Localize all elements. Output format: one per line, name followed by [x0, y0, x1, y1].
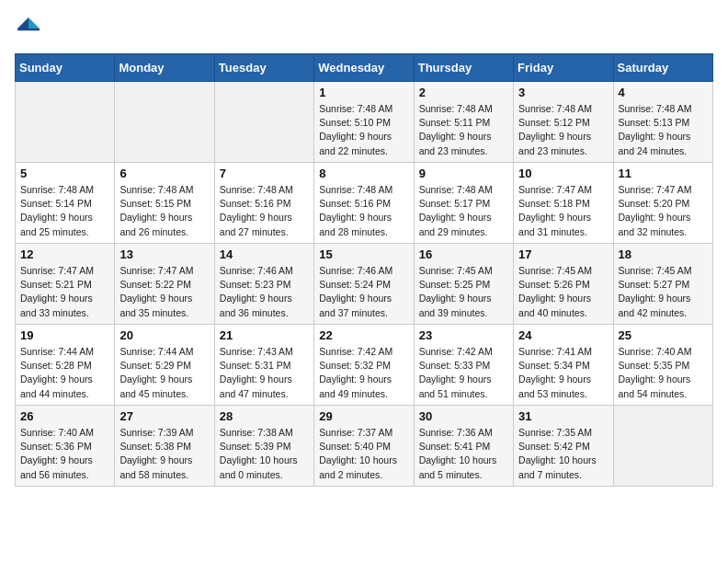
day-info: Sunrise: 7:48 AMSunset: 5:16 PMDaylight:…: [319, 183, 408, 239]
calendar-cell: 19Sunrise: 7:44 AMSunset: 5:28 PMDayligh…: [16, 325, 115, 406]
day-number: 16: [419, 247, 508, 261]
day-number: 15: [319, 247, 408, 261]
day-info: Sunrise: 7:45 AMSunset: 5:26 PMDaylight:…: [518, 264, 608, 320]
day-info: Sunrise: 7:46 AMSunset: 5:24 PMDaylight:…: [319, 264, 408, 320]
calendar-cell: [115, 82, 214, 163]
day-number: 11: [619, 167, 708, 180]
calendar-cell: 29Sunrise: 7:37 AMSunset: 5:40 PMDayligh…: [314, 406, 414, 487]
calendar-cell: 25Sunrise: 7:40 AMSunset: 5:35 PMDayligh…: [613, 325, 712, 406]
day-info: Sunrise: 7:48 AMSunset: 5:13 PMDaylight:…: [619, 102, 708, 158]
day-info: Sunrise: 7:35 AMSunset: 5:42 PMDaylight:…: [518, 426, 608, 482]
calendar-cell: 21Sunrise: 7:43 AMSunset: 5:31 PMDayligh…: [214, 325, 313, 406]
calendar-week-1: 1Sunrise: 7:48 AMSunset: 5:10 PMDaylight…: [16, 82, 713, 163]
day-info: Sunrise: 7:48 AMSunset: 5:16 PMDaylight:…: [220, 183, 309, 239]
calendar-cell: 11Sunrise: 7:47 AMSunset: 5:20 PMDayligh…: [613, 163, 712, 244]
day-number: 8: [319, 167, 408, 180]
day-number: 17: [518, 247, 608, 261]
weekday-wednesday: Wednesday: [314, 54, 414, 82]
day-info: Sunrise: 7:48 AMSunset: 5:15 PMDaylight:…: [119, 183, 209, 239]
weekday-friday: Friday: [514, 54, 613, 82]
day-info: Sunrise: 7:47 AMSunset: 5:21 PMDaylight:…: [20, 264, 109, 320]
calendar-cell: [16, 82, 115, 163]
calendar-cell: 14Sunrise: 7:46 AMSunset: 5:23 PMDayligh…: [214, 244, 313, 325]
day-number: 29: [319, 409, 408, 423]
day-number: 24: [518, 328, 608, 342]
day-number: 1: [319, 86, 408, 99]
day-number: 2: [419, 86, 508, 99]
day-number: 22: [319, 328, 408, 342]
day-info: Sunrise: 7:38 AMSunset: 5:39 PMDaylight:…: [220, 426, 309, 482]
day-number: 28: [220, 409, 309, 423]
day-number: 20: [119, 328, 209, 342]
day-number: 26: [20, 409, 109, 423]
day-number: 25: [619, 328, 708, 342]
calendar-body: 1Sunrise: 7:48 AMSunset: 5:10 PMDaylight…: [16, 82, 713, 487]
day-number: 6: [119, 167, 209, 180]
day-number: 4: [619, 86, 708, 99]
weekday-header-row: SundayMondayTuesdayWednesdayThursdayFrid…: [16, 54, 713, 82]
calendar-cell: 5Sunrise: 7:48 AMSunset: 5:14 PMDaylight…: [16, 163, 115, 244]
calendar-week-3: 12Sunrise: 7:47 AMSunset: 5:21 PMDayligh…: [16, 244, 713, 325]
day-number: 12: [20, 247, 109, 261]
calendar-cell: 6Sunrise: 7:48 AMSunset: 5:15 PMDaylight…: [115, 163, 214, 244]
weekday-sunday: Sunday: [16, 54, 115, 82]
calendar-cell: 31Sunrise: 7:35 AMSunset: 5:42 PMDayligh…: [514, 406, 613, 487]
calendar-cell: 8Sunrise: 7:48 AMSunset: 5:16 PMDaylight…: [314, 163, 414, 244]
page-header: [15, 15, 713, 42]
day-info: Sunrise: 7:46 AMSunset: 5:23 PMDaylight:…: [220, 264, 309, 320]
weekday-tuesday: Tuesday: [214, 54, 313, 82]
day-number: 19: [20, 328, 109, 342]
logo: [15, 15, 46, 42]
weekday-monday: Monday: [115, 54, 214, 82]
logo-icon: [15, 15, 42, 42]
day-info: Sunrise: 7:36 AMSunset: 5:41 PMDaylight:…: [419, 426, 508, 482]
calendar-cell: [613, 406, 712, 487]
calendar-cell: 23Sunrise: 7:42 AMSunset: 5:33 PMDayligh…: [414, 325, 513, 406]
day-info: Sunrise: 7:44 AMSunset: 5:28 PMDaylight:…: [20, 345, 109, 401]
day-info: Sunrise: 7:45 AMSunset: 5:25 PMDaylight:…: [419, 264, 508, 320]
day-info: Sunrise: 7:48 AMSunset: 5:14 PMDaylight:…: [20, 183, 109, 239]
calendar-cell: 4Sunrise: 7:48 AMSunset: 5:13 PMDaylight…: [613, 82, 712, 163]
calendar-cell: 12Sunrise: 7:47 AMSunset: 5:21 PMDayligh…: [16, 244, 115, 325]
day-info: Sunrise: 7:43 AMSunset: 5:31 PMDaylight:…: [220, 345, 309, 401]
day-info: Sunrise: 7:48 AMSunset: 5:11 PMDaylight:…: [419, 102, 508, 158]
day-number: 14: [220, 247, 309, 261]
weekday-thursday: Thursday: [414, 54, 513, 82]
day-info: Sunrise: 7:40 AMSunset: 5:36 PMDaylight:…: [20, 426, 109, 482]
day-number: 30: [419, 409, 508, 423]
weekday-saturday: Saturday: [613, 54, 712, 82]
day-info: Sunrise: 7:45 AMSunset: 5:27 PMDaylight:…: [619, 264, 708, 320]
calendar-cell: 3Sunrise: 7:48 AMSunset: 5:12 PMDaylight…: [514, 82, 613, 163]
day-number: 5: [20, 167, 109, 180]
calendar-cell: 28Sunrise: 7:38 AMSunset: 5:39 PMDayligh…: [214, 406, 313, 487]
day-number: 18: [619, 247, 708, 261]
calendar-week-4: 19Sunrise: 7:44 AMSunset: 5:28 PMDayligh…: [16, 325, 713, 406]
calendar-table: SundayMondayTuesdayWednesdayThursdayFrid…: [15, 53, 713, 487]
calendar-cell: 24Sunrise: 7:41 AMSunset: 5:34 PMDayligh…: [514, 325, 613, 406]
day-number: 3: [518, 86, 608, 99]
calendar-cell: 15Sunrise: 7:46 AMSunset: 5:24 PMDayligh…: [314, 244, 414, 325]
calendar-cell: 20Sunrise: 7:44 AMSunset: 5:29 PMDayligh…: [115, 325, 214, 406]
day-info: Sunrise: 7:42 AMSunset: 5:33 PMDaylight:…: [419, 345, 508, 401]
calendar-cell: 9Sunrise: 7:48 AMSunset: 5:17 PMDaylight…: [414, 163, 513, 244]
day-number: 13: [119, 247, 209, 261]
calendar-cell: 26Sunrise: 7:40 AMSunset: 5:36 PMDayligh…: [16, 406, 115, 487]
day-number: 31: [518, 409, 608, 423]
day-number: 10: [518, 167, 608, 180]
day-info: Sunrise: 7:39 AMSunset: 5:38 PMDaylight:…: [119, 426, 209, 482]
day-info: Sunrise: 7:47 AMSunset: 5:18 PMDaylight:…: [518, 183, 608, 239]
day-info: Sunrise: 7:48 AMSunset: 5:17 PMDaylight:…: [419, 183, 508, 239]
day-number: 21: [220, 328, 309, 342]
calendar-week-5: 26Sunrise: 7:40 AMSunset: 5:36 PMDayligh…: [16, 406, 713, 487]
day-info: Sunrise: 7:42 AMSunset: 5:32 PMDaylight:…: [319, 345, 408, 401]
calendar-cell: 18Sunrise: 7:45 AMSunset: 5:27 PMDayligh…: [613, 244, 712, 325]
svg-rect-2: [17, 29, 40, 30]
calendar-cell: 30Sunrise: 7:36 AMSunset: 5:41 PMDayligh…: [414, 406, 513, 487]
calendar-cell: 10Sunrise: 7:47 AMSunset: 5:18 PMDayligh…: [514, 163, 613, 244]
calendar-cell: 7Sunrise: 7:48 AMSunset: 5:16 PMDaylight…: [214, 163, 313, 244]
calendar-cell: 17Sunrise: 7:45 AMSunset: 5:26 PMDayligh…: [514, 244, 613, 325]
calendar-cell: [214, 82, 313, 163]
day-number: 7: [220, 167, 309, 180]
day-info: Sunrise: 7:47 AMSunset: 5:20 PMDaylight:…: [619, 183, 708, 239]
day-number: 23: [419, 328, 508, 342]
